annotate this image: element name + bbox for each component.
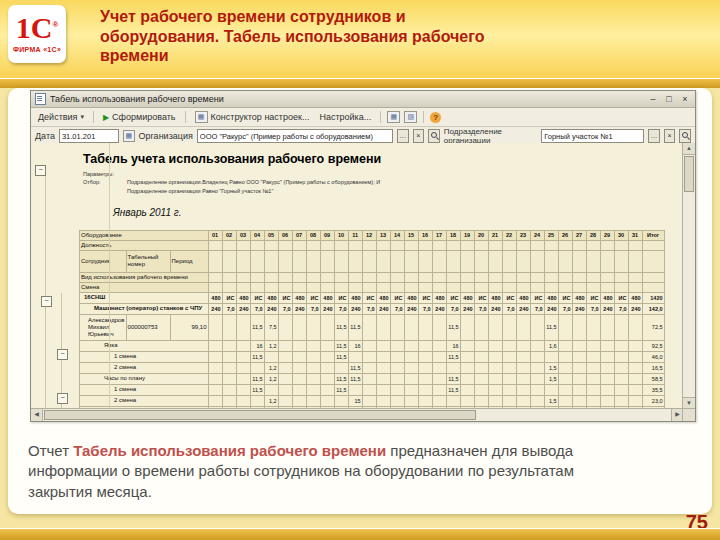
org-ellipsis-button[interactable]: … bbox=[397, 129, 409, 143]
report-cell: 480 bbox=[516, 292, 530, 303]
report-cell bbox=[488, 250, 502, 272]
report-cell: 240 bbox=[320, 303, 334, 314]
report-cell bbox=[320, 395, 334, 406]
report-cell bbox=[404, 340, 418, 351]
scroll-up-icon[interactable]: ▲ bbox=[683, 143, 695, 155]
report-cell bbox=[572, 282, 586, 292]
report-cell bbox=[642, 240, 664, 250]
report-cell bbox=[390, 384, 404, 395]
report-cell: ИС bbox=[530, 292, 544, 303]
report-cell bbox=[348, 272, 362, 282]
report-cell: 19 bbox=[460, 230, 474, 240]
report-cell bbox=[432, 395, 446, 406]
dept-ellipsis-button[interactable]: … bbox=[648, 129, 660, 143]
report-cell bbox=[208, 362, 222, 373]
report-cell bbox=[362, 373, 376, 384]
report-cell bbox=[488, 282, 502, 292]
settings-constructor-button[interactable]: ▦Конструктор настроек... bbox=[192, 110, 313, 124]
report-cell bbox=[446, 272, 460, 282]
report-cell bbox=[600, 340, 614, 351]
report-cell bbox=[586, 250, 600, 272]
table-row: 1 смена11,511,511,546,0 bbox=[80, 351, 665, 362]
report-cell bbox=[418, 373, 432, 384]
report-cell: Смена bbox=[80, 282, 209, 292]
horizontal-scroll-thumb[interactable] bbox=[44, 410, 476, 420]
report-cell bbox=[320, 282, 334, 292]
report-cell bbox=[488, 384, 502, 395]
window-titlebar[interactable]: Табель использования рабочего времени – … bbox=[31, 91, 695, 108]
report-cell: 480 bbox=[404, 292, 418, 303]
table-icon[interactable]: ▦ bbox=[387, 111, 400, 123]
report-cell bbox=[292, 282, 306, 292]
settings-button[interactable]: Настройка... bbox=[316, 111, 374, 123]
report-cell bbox=[460, 362, 474, 373]
report-cell bbox=[348, 250, 362, 272]
report-cell bbox=[488, 362, 502, 373]
report-cell: 29 bbox=[600, 230, 614, 240]
report-cell: 480 bbox=[432, 292, 446, 303]
report-cell bbox=[446, 240, 460, 250]
report-cell bbox=[558, 282, 572, 292]
date-input[interactable] bbox=[59, 129, 119, 143]
report-cell bbox=[558, 272, 572, 282]
horizontal-scrollbar[interactable]: ◀ ▶ bbox=[31, 408, 683, 421]
report-cell bbox=[628, 282, 642, 292]
report-cell bbox=[586, 340, 600, 351]
collapse-expander-icon[interactable] bbox=[35, 165, 46, 176]
report-cell bbox=[474, 395, 488, 406]
report-cell: Александров Михаил Юрьевич bbox=[80, 314, 127, 340]
report-cell bbox=[320, 314, 334, 340]
scroll-left-icon[interactable]: ◀ bbox=[31, 409, 43, 421]
report-cell bbox=[516, 362, 530, 373]
actions-menu[interactable]: Действия▾ bbox=[35, 111, 87, 123]
report-cell bbox=[628, 384, 642, 395]
maximize-button[interactable]: □ bbox=[663, 94, 675, 104]
calendar-icon[interactable]: ▦ bbox=[123, 130, 135, 142]
dept-open-icon[interactable] bbox=[679, 129, 691, 143]
report-cell bbox=[376, 272, 390, 282]
org-clear-button[interactable]: × bbox=[413, 129, 425, 143]
generate-button[interactable]: ▶Сформировать bbox=[100, 111, 179, 123]
report-cell bbox=[600, 250, 614, 272]
report-cell bbox=[502, 314, 516, 340]
report-cell: ИС bbox=[614, 292, 628, 303]
report-cell bbox=[600, 373, 614, 384]
org-open-icon[interactable] bbox=[428, 129, 440, 143]
vertical-scrollbar[interactable]: ▲ ▼ bbox=[682, 143, 695, 409]
report-cell bbox=[222, 282, 236, 292]
report-cell bbox=[306, 340, 320, 351]
collapse-expander-icon[interactable] bbox=[57, 393, 68, 404]
report-cell bbox=[320, 373, 334, 384]
dept-clear-button[interactable]: × bbox=[664, 129, 676, 143]
organization-input[interactable] bbox=[197, 129, 393, 143]
report-cell: Часы по плану bbox=[80, 373, 209, 384]
report-cell: Сотрудник bbox=[80, 250, 127, 272]
report-cell bbox=[404, 250, 418, 272]
vertical-scroll-thumb[interactable] bbox=[684, 156, 694, 192]
help-icon[interactable]: ? bbox=[430, 112, 441, 123]
collapse-expander-icon[interactable] bbox=[41, 296, 52, 307]
toolbar-separator bbox=[93, 111, 94, 123]
report-cell bbox=[236, 272, 250, 282]
report-cell bbox=[544, 351, 558, 362]
close-button[interactable]: × bbox=[679, 94, 691, 104]
report-cell: 240 bbox=[628, 303, 642, 314]
report-cell: 1,5 bbox=[544, 362, 558, 373]
report-cell: 480 bbox=[348, 292, 362, 303]
report-cell bbox=[250, 395, 264, 406]
report-cell bbox=[488, 340, 502, 351]
report-cell bbox=[208, 272, 222, 282]
report-cell bbox=[586, 314, 600, 340]
report-cell: 15 bbox=[348, 395, 362, 406]
edit-table-icon[interactable]: ▨ bbox=[404, 111, 417, 123]
report-cell bbox=[390, 351, 404, 362]
department-input[interactable] bbox=[541, 129, 644, 143]
report-cell bbox=[460, 282, 474, 292]
report-cell bbox=[222, 240, 236, 250]
report-cell bbox=[236, 384, 250, 395]
report-cell bbox=[222, 362, 236, 373]
report-cell bbox=[278, 282, 292, 292]
collapse-expander-icon[interactable] bbox=[57, 349, 68, 360]
report-cell: ИС bbox=[390, 292, 404, 303]
minimize-button[interactable]: – bbox=[647, 94, 659, 104]
